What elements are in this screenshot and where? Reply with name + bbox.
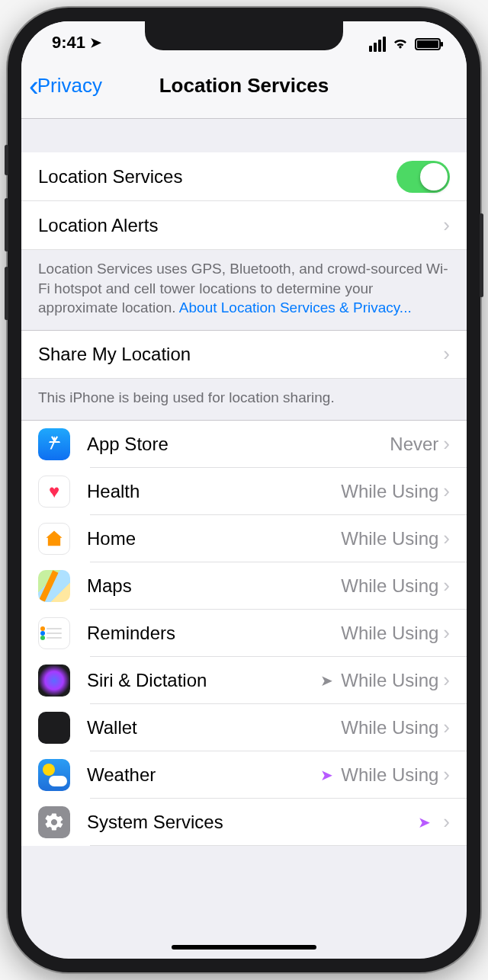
cellular-signal-icon [369, 37, 386, 52]
app-row-siri[interactable]: Siri & Dictation➤While Using› [21, 657, 467, 704]
health-icon: ♥ [38, 476, 70, 508]
content: Location Services Location Alerts › Loca… [21, 119, 467, 959]
location-indicator-icon: ➤ [90, 34, 101, 51]
chevron-right-icon: › [443, 668, 450, 692]
app-label: Wallet [87, 717, 341, 738]
wallet-icon [38, 712, 70, 744]
chevron-right-icon: › [443, 716, 450, 739]
chevron-right-icon: › [443, 527, 450, 550]
screen: 9:41 ➤ ‹ Privacy Location Services [21, 21, 467, 959]
app-row-home[interactable]: HomeWhile Using› [21, 515, 467, 562]
location-services-row[interactable]: Location Services [21, 152, 467, 201]
app-row-maps[interactable]: MapsWhile Using› [21, 562, 467, 610]
mute-switch[interactable] [5, 145, 8, 175]
reminders-icon [38, 617, 70, 649]
app-status: While Using [341, 717, 438, 738]
app-label: App Store [87, 434, 390, 455]
back-label: Privacy [37, 74, 102, 98]
location-arrow-icon: ➤ [418, 813, 431, 831]
location-arrow-icon: ➤ [320, 671, 333, 690]
location-services-label: Location Services [38, 166, 396, 187]
app-row-wallet[interactable]: WalletWhile Using› [21, 704, 467, 751]
app-row-health[interactable]: ♥HealthWhile Using› [21, 468, 467, 515]
volume-down-button[interactable] [5, 267, 8, 320]
home-indicator[interactable] [172, 945, 316, 950]
share-my-location-row[interactable]: Share My Location › [21, 330, 467, 379]
app-label: System Services [87, 812, 418, 833]
location-alerts-label: Location Alerts [38, 215, 443, 236]
app-label: Maps [87, 575, 341, 597]
app-row-reminders[interactable]: RemindersWhile Using› [21, 610, 467, 657]
share-location-footer: This iPhone is being used for location s… [21, 379, 467, 420]
status-time: 9:41 [52, 33, 85, 53]
about-privacy-link[interactable]: About Location Services & Privacy... [179, 299, 412, 315]
chevron-right-icon: › [443, 574, 450, 597]
chevron-right-icon: › [443, 810, 450, 834]
app-status: While Using [341, 528, 438, 549]
app-row-system[interactable]: System Services➤› [21, 799, 467, 846]
wifi-icon [392, 34, 409, 54]
app-status: While Using [341, 623, 438, 644]
app-label: Health [87, 481, 341, 502]
app-label: Reminders [87, 623, 341, 644]
app-status: Never [390, 434, 438, 455]
app-status: While Using [341, 670, 438, 691]
app-status: While Using [341, 764, 438, 786]
back-button[interactable]: ‹ Privacy [29, 72, 102, 101]
share-my-location-label: Share My Location [38, 344, 443, 365]
app-store-icon [38, 428, 70, 460]
chevron-right-icon: › [443, 479, 450, 503]
page-title: Location Services [159, 74, 329, 98]
chevron-right-icon: › [443, 342, 450, 366]
location-services-footer: Location Services uses GPS, Bluetooth, a… [21, 250, 467, 330]
navigation-bar: ‹ Privacy Location Services [21, 64, 467, 119]
volume-up-button[interactable] [5, 198, 8, 251]
app-label: Home [87, 528, 341, 549]
battery-icon [415, 38, 441, 50]
app-list: App StoreNever›♥HealthWhile Using›HomeWh… [21, 420, 467, 846]
chevron-right-icon: › [443, 621, 450, 645]
system-services-icon [38, 806, 70, 838]
weather-icon [38, 759, 70, 791]
notch [145, 21, 343, 50]
side-button[interactable] [480, 213, 483, 297]
chevron-right-icon: › [443, 432, 450, 456]
app-status: While Using [341, 575, 438, 597]
location-services-toggle[interactable] [396, 161, 450, 193]
app-status: While Using [341, 481, 438, 502]
location-arrow-icon: ➤ [320, 766, 333, 784]
chevron-right-icon: › [443, 213, 450, 237]
maps-icon [38, 570, 70, 602]
app-label: Siri & Dictation [87, 670, 320, 691]
app-label: Weather [87, 764, 320, 786]
home-icon [38, 523, 70, 555]
siri-icon [38, 665, 70, 697]
location-alerts-row[interactable]: Location Alerts › [21, 201, 467, 250]
app-row-weather[interactable]: Weather➤While Using› [21, 751, 467, 799]
app-row-appstore[interactable]: App StoreNever› [21, 421, 467, 468]
iphone-frame: 9:41 ➤ ‹ Privacy Location Services [8, 8, 480, 972]
chevron-right-icon: › [443, 763, 450, 786]
